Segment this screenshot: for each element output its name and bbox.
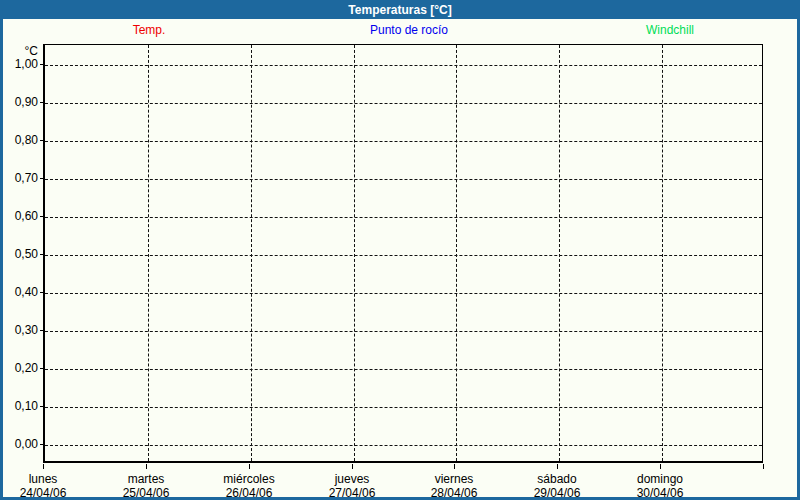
y-gridline: [45, 331, 762, 332]
x-axis-tick: [249, 464, 250, 469]
y-axis-tick: [40, 254, 43, 255]
x-date-label: 25/04/06: [123, 487, 170, 500]
y-gridline: [45, 445, 762, 446]
x-gridline: [251, 45, 252, 461]
y-tick-label: 0,40: [3, 286, 38, 299]
y-axis-tick: [40, 330, 43, 331]
legend-item-temp: Temp.: [133, 23, 166, 37]
x-day-label: martes: [128, 473, 165, 486]
x-gridline: [456, 45, 457, 461]
x-date-label: 29/04/06: [534, 487, 581, 500]
y-gridline: [45, 293, 762, 294]
x-day-label: domingo: [637, 473, 683, 486]
y-axis-tick: [40, 292, 43, 293]
x-axis-tick: [352, 464, 353, 469]
y-tick-label: 0,00: [3, 438, 38, 451]
y-gridline: [45, 179, 762, 180]
y-gridline: [45, 407, 762, 408]
x-gridline: [559, 45, 560, 461]
y-tick-label: 0,70: [3, 172, 38, 185]
y-tick-label: 1,00: [3, 58, 38, 71]
x-gridline: [662, 45, 663, 461]
y-tick-label: 0,10: [3, 400, 38, 413]
y-tick-label: 0,50: [3, 248, 38, 261]
x-axis-tick: [146, 464, 147, 469]
x-axis-tick: [454, 464, 455, 469]
y-axis-tick: [40, 368, 43, 369]
chart-title: Temperaturas [°C]: [348, 3, 451, 17]
y-tick-label: 0,80: [3, 134, 38, 147]
y-gridline: [45, 141, 762, 142]
x-gridline: [148, 45, 149, 461]
y-tick-label: 0,90: [3, 96, 38, 109]
x-date-label: 28/04/06: [431, 487, 478, 500]
x-day-label: jueves: [335, 473, 370, 486]
x-day-label: miércoles: [223, 473, 274, 486]
x-axis-tick: [660, 464, 661, 469]
x-date-label: 27/04/06: [329, 487, 376, 500]
chart-window: Temperaturas [°C] Temp. Punto de rocío W…: [0, 0, 800, 500]
x-day-label: lunes: [29, 473, 58, 486]
y-gridline: [45, 217, 762, 218]
legend-item-dew-point: Punto de rocío: [370, 23, 448, 37]
y-axis-tick: [40, 178, 43, 179]
y-axis-tick: [40, 102, 43, 103]
x-axis-tick: [763, 464, 764, 469]
y-tick-label: 0,30: [3, 324, 38, 337]
x-date-label: 26/04/06: [226, 487, 273, 500]
x-gridline: [354, 45, 355, 461]
y-axis-tick: [40, 140, 43, 141]
y-axis-tick: [40, 216, 43, 217]
x-axis-tick: [557, 464, 558, 469]
y-gridline: [45, 255, 762, 256]
y-gridline: [45, 369, 762, 370]
chart-title-bar: Temperaturas [°C]: [3, 3, 797, 19]
x-axis-tick: [43, 464, 44, 469]
x-day-label: viernes: [435, 473, 474, 486]
legend-item-windchill: Windchill: [646, 23, 694, 37]
y-axis-tick: [40, 406, 43, 407]
y-tick-label: 0,60: [3, 210, 38, 223]
x-date-label: 30/04/06: [637, 487, 684, 500]
x-date-label: 24/04/06: [20, 487, 67, 500]
x-day-label: sábado: [537, 473, 576, 486]
y-axis-tick: [40, 444, 43, 445]
y-tick-label: 0,20: [3, 362, 38, 375]
y-gridline: [45, 65, 762, 66]
y-gridline: [45, 103, 762, 104]
plot-area: [43, 44, 763, 463]
y-axis-tick: [40, 64, 43, 65]
